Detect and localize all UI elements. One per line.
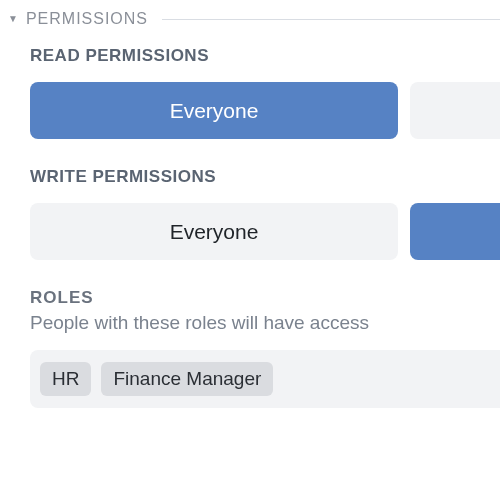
write-other-button[interactable] <box>410 203 500 260</box>
write-permissions-segmented: Everyone <box>30 203 500 260</box>
chevron-down-icon: ▼ <box>8 14 18 24</box>
write-permissions-heading: WRITE PERMISSIONS <box>30 167 500 187</box>
role-pill-hr[interactable]: HR <box>40 362 91 396</box>
role-pill-label: Finance Manager <box>113 368 261 389</box>
read-everyone-label: Everyone <box>170 99 259 123</box>
roles-heading: ROLES <box>30 288 500 308</box>
write-everyone-label: Everyone <box>170 220 259 244</box>
read-permissions-heading: READ PERMISSIONS <box>30 46 500 66</box>
read-permissions-segmented: Everyone <box>30 82 500 139</box>
read-everyone-button[interactable]: Everyone <box>30 82 398 139</box>
permissions-section-header[interactable]: ▼ PERMISSIONS <box>0 0 500 38</box>
roles-description: People with these roles will have access <box>30 312 500 334</box>
write-everyone-button[interactable]: Everyone <box>30 203 398 260</box>
read-other-button[interactable] <box>410 82 500 139</box>
roles-selector[interactable]: HR Finance Manager <box>30 350 500 408</box>
section-title: PERMISSIONS <box>26 10 148 28</box>
role-pill-finance-manager[interactable]: Finance Manager <box>101 362 273 396</box>
permissions-content: READ PERMISSIONS Everyone WRITE PERMISSI… <box>0 46 500 408</box>
role-pill-label: HR <box>52 368 79 389</box>
section-divider <box>162 19 500 20</box>
